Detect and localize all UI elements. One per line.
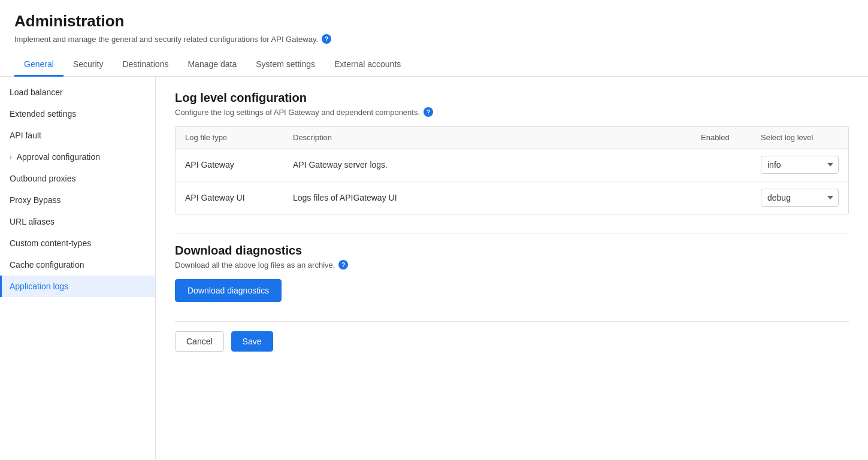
- log-level-table: Log file type Description Enabled Select…: [176, 127, 848, 214]
- section-divider-2: [175, 321, 849, 322]
- tab-external-accounts[interactable]: External accounts: [325, 53, 410, 77]
- log-level-help-icon[interactable]: ?: [424, 107, 433, 117]
- sidebar: Load balancer Extended settings API faul…: [0, 77, 156, 459]
- main-content: Log level configuration Configure the lo…: [156, 77, 868, 459]
- cell-description-2: Logs files of APIGateway UI: [283, 181, 691, 214]
- sidebar-item-application-logs[interactable]: Application logs: [0, 276, 155, 297]
- cell-log-type-2: API Gateway UI: [176, 181, 283, 214]
- tab-general[interactable]: General: [14, 53, 63, 77]
- subtitle-help-icon[interactable]: ?: [322, 34, 331, 44]
- sidebar-item-extended-settings[interactable]: Extended settings: [0, 103, 155, 125]
- tab-manage-data[interactable]: Manage data: [178, 53, 246, 77]
- tab-destinations[interactable]: Destinations: [113, 53, 178, 77]
- log-level-table-container: Log file type Description Enabled Select…: [175, 126, 849, 214]
- action-bar: Cancel Save: [175, 331, 849, 352]
- section-divider-1: [175, 234, 849, 234]
- log-level-desc: Configure the log settings of API Gatewa…: [175, 107, 849, 117]
- cell-log-type-1: API Gateway: [176, 149, 283, 181]
- sidebar-item-approval-configuration[interactable]: › Approval configuration: [0, 146, 155, 168]
- download-diagnostics-button[interactable]: Download diagnostics: [175, 279, 282, 302]
- save-button[interactable]: Save: [231, 331, 273, 352]
- cell-enabled-2: [691, 181, 751, 214]
- cell-description-1: API Gateway server logs.: [283, 149, 691, 181]
- page-title: Administration: [14, 12, 854, 31]
- main-layout: Load balancer Extended settings API faul…: [0, 77, 868, 459]
- th-enabled: Enabled: [691, 127, 751, 149]
- th-log-file-type: Log file type: [176, 127, 283, 149]
- log-level-title: Log level configuration: [175, 91, 849, 105]
- sidebar-item-url-aliases[interactable]: URL aliases: [0, 211, 155, 232]
- download-diagnostics-section: Download diagnostics Download all the ab…: [175, 244, 849, 302]
- tab-bar: General Security Destinations Manage dat…: [0, 53, 868, 77]
- sidebar-item-proxy-bypass[interactable]: Proxy Bypass: [0, 189, 155, 211]
- cell-log-level-1: trace debug info warn error fatal: [751, 149, 848, 181]
- sidebar-item-load-balancer[interactable]: Load balancer: [0, 81, 155, 103]
- sidebar-item-outbound-proxies[interactable]: Outbound proxies: [0, 168, 155, 189]
- tab-security[interactable]: Security: [63, 53, 113, 77]
- chevron-right-icon: ›: [10, 153, 12, 161]
- page-subtitle: Implement and manage the general and sec…: [14, 34, 854, 44]
- th-description: Description: [283, 127, 691, 149]
- table-row: API Gateway API Gateway server logs. tra…: [176, 149, 848, 181]
- tab-system-settings[interactable]: System settings: [246, 53, 325, 77]
- log-level-section: Log level configuration Configure the lo…: [175, 91, 849, 214]
- log-level-select-2[interactable]: trace debug info warn error fatal: [761, 189, 839, 207]
- th-select-log-level: Select log level: [751, 127, 848, 149]
- cell-enabled-1: [691, 149, 751, 181]
- download-diagnostics-help-icon[interactable]: ?: [338, 260, 348, 270]
- cell-log-level-2: trace debug info warn error fatal: [751, 181, 848, 214]
- sidebar-item-cache-configuration[interactable]: Cache configuration: [0, 254, 155, 276]
- cancel-button[interactable]: Cancel: [175, 331, 224, 352]
- download-diagnostics-desc: Download all the above log files as an a…: [175, 260, 849, 270]
- table-header-row: Log file type Description Enabled Select…: [176, 127, 848, 149]
- sidebar-item-custom-content-types[interactable]: Custom content-types: [0, 232, 155, 254]
- download-diagnostics-title: Download diagnostics: [175, 244, 849, 258]
- sidebar-item-api-fault[interactable]: API fault: [0, 125, 155, 146]
- table-row: API Gateway UI Logs files of APIGateway …: [176, 181, 848, 214]
- log-level-select-1[interactable]: trace debug info warn error fatal: [761, 156, 839, 174]
